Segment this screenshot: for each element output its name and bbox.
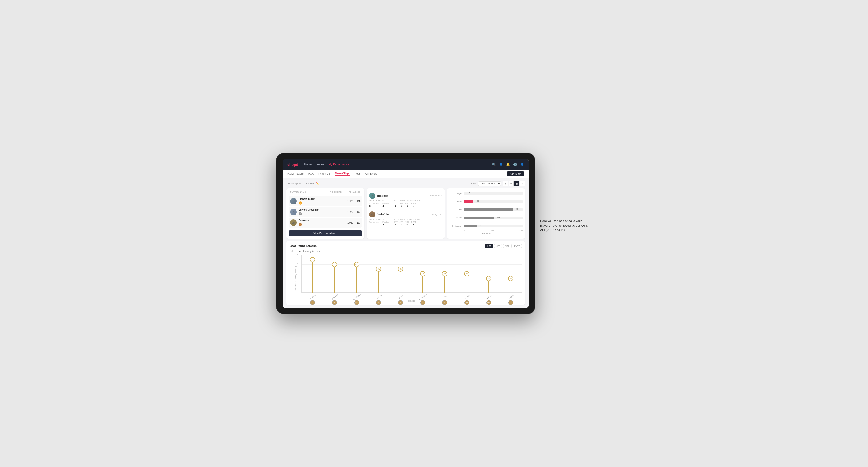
streaks-filter-buttons: OTT APP ARG PUTT bbox=[485, 244, 522, 248]
search-icon[interactable]: 🔍 bbox=[492, 163, 496, 166]
player-name-label: R. Butler bbox=[486, 294, 492, 300]
streaks-header: Best Round Streaks ← OTT APP ARG PUTT bbox=[290, 244, 522, 248]
app-col: APP 0 bbox=[400, 221, 403, 226]
streaks-title: Best Round Streaks bbox=[290, 244, 316, 248]
player-info: Cameron... 3 bbox=[299, 219, 347, 226]
lollipop-item: 4xM. MillerMM bbox=[456, 255, 478, 293]
detail-view-btn[interactable]: ↕ bbox=[520, 181, 525, 186]
bar-row: Birdies 96 bbox=[450, 199, 523, 204]
nav-home[interactable]: Home bbox=[304, 162, 312, 167]
lollipop-stick bbox=[356, 264, 357, 293]
lollipop-stick bbox=[312, 260, 313, 293]
bar-track: 3 bbox=[464, 192, 523, 195]
x-label-0: 0 bbox=[464, 229, 465, 231]
putt-col: PUTT 0 bbox=[411, 203, 416, 207]
nav-bar: clippd Home Teams My Performance 🔍 👤 🔔 ⚙… bbox=[283, 159, 529, 169]
list-view-btn[interactable]: ≡ bbox=[508, 181, 514, 186]
table-row[interactable]: CM Cameron... 3 17/20 103 bbox=[289, 218, 362, 228]
player-name-label: B. Ford bbox=[442, 294, 448, 299]
practice-activities-title: Total Practice Activities bbox=[394, 218, 421, 220]
bar-label: Birdies bbox=[450, 200, 462, 203]
bar-fill: 96 bbox=[464, 200, 473, 203]
view-full-leaderboard-button[interactable]: View Full Leaderboard bbox=[289, 230, 362, 236]
x-axis-label: Players bbox=[302, 300, 522, 302]
lollipop-item: 7xE. EwertEE bbox=[302, 255, 323, 293]
player-card-date: 26 Aug 2023 bbox=[431, 213, 442, 216]
player-count: 14 Players bbox=[302, 182, 314, 185]
sub-nav: PGAT Players PGA Hcaps 1-5 Team Clippd T… bbox=[283, 169, 529, 178]
user-icon[interactable]: 👤 bbox=[499, 163, 503, 166]
player-avg: 103 bbox=[356, 221, 361, 224]
player-card-header: JC Josh Coles 26 Aug 2023 bbox=[369, 211, 442, 217]
filter-putt-button[interactable]: PUTT bbox=[513, 244, 522, 248]
rank-badge: 1 bbox=[299, 201, 302, 205]
show-label: Show bbox=[470, 182, 476, 185]
player-card-name: Rees Britt bbox=[377, 195, 429, 197]
lollipop-bubble: 4x bbox=[442, 271, 447, 276]
lollipop-item: 5xR. BrittRB bbox=[390, 255, 412, 293]
bell-icon[interactable]: 🔔 bbox=[506, 163, 510, 166]
content-grid: PLAYER NAME PB SCORE PB AVG SQ RB bbox=[286, 188, 525, 239]
lollipop-item: 3xR. ButlerRBu bbox=[478, 255, 500, 293]
add-team-button[interactable]: Add Team bbox=[507, 172, 524, 176]
player-name-label: J. Coles bbox=[376, 294, 382, 300]
chart-x-labels: 0 200 400 bbox=[464, 229, 523, 231]
player-card-josh: JC Josh Coles 26 Aug 2023 Total Rounds bbox=[369, 210, 442, 228]
period-select[interactable]: Last 3 months Last 6 months This year bbox=[478, 181, 501, 186]
bar-fill: 499 bbox=[464, 208, 513, 211]
settings-icon[interactable]: ⚙️ bbox=[513, 163, 517, 166]
bar-fill: 3 bbox=[464, 192, 464, 195]
practice-activities-title: Total Practice Activities bbox=[394, 200, 421, 202]
filter-ott-button[interactable]: OTT bbox=[485, 244, 493, 248]
leaderboard-panel: PLAYER NAME PB SCORE PB AVG SQ RB bbox=[286, 188, 365, 239]
table-row[interactable]: EC Edward Crossman 2 18/20 107 bbox=[289, 207, 362, 217]
subnav-tour[interactable]: Tour bbox=[355, 172, 360, 176]
player-score: 17/20 bbox=[347, 221, 353, 224]
player-name-label: E. Ewert bbox=[310, 294, 316, 299]
lollipop-bubble: 5x bbox=[376, 267, 381, 272]
ott-col: OTT 0 bbox=[394, 221, 398, 226]
nav-teams[interactable]: Teams bbox=[316, 162, 324, 167]
lollipop-item: 6xB. McHargBM bbox=[323, 255, 345, 293]
lollipop-stick bbox=[401, 269, 401, 293]
subnav-pgat[interactable]: PGAT Players bbox=[287, 172, 304, 176]
filter-app-button[interactable]: APP bbox=[494, 244, 502, 248]
table-row[interactable]: RB Richard Butler 1 19/20 110 bbox=[289, 196, 362, 206]
player-card-header: RB Rees Britt 02 Sep 2023 bbox=[369, 193, 442, 199]
player-name: Edward Crossman bbox=[299, 209, 347, 211]
lollipop-bubble: 6x bbox=[332, 262, 337, 267]
bar-track: 499 bbox=[464, 208, 523, 211]
player-avg: 110 bbox=[356, 200, 361, 203]
arg-col: ARG 0 bbox=[405, 203, 409, 207]
grid-view-btn[interactable]: ⊞ bbox=[503, 181, 508, 186]
subnav-all-players[interactable]: All Players bbox=[365, 172, 377, 176]
chart-x-axis: 0 200 400 bbox=[450, 229, 523, 231]
bar-label: Eagles bbox=[450, 192, 462, 195]
subnav-team-clippd[interactable]: Team Clippd bbox=[335, 172, 350, 176]
avatar: JC bbox=[369, 211, 375, 217]
filter-arg-button[interactable]: ARG bbox=[503, 244, 512, 248]
x-label-200: 200 bbox=[491, 229, 494, 231]
table-header: PLAYER NAME PB SCORE PB AVG SQ bbox=[289, 191, 362, 195]
card-view-btn[interactable]: ▦ bbox=[514, 181, 519, 186]
avatar-icon[interactable]: 👤 bbox=[520, 163, 524, 166]
team-title: Team Clippd 14 Players ✏️ bbox=[286, 182, 319, 185]
annotation-container: Here you can see streaks your players ha… bbox=[540, 153, 592, 232]
nav-my-performance[interactable]: My Performance bbox=[329, 162, 349, 167]
x-label-400: 400 bbox=[520, 229, 523, 231]
lollipop-items: 7xE. EwertEE6xB. McHargBM6xD. Billingham… bbox=[302, 255, 522, 293]
lollipop-item: 4xB. FordBF bbox=[434, 255, 456, 293]
edit-icon[interactable]: ✏️ bbox=[316, 182, 319, 185]
practice-cols: OTT 0 APP 0 bbox=[394, 221, 421, 226]
nav-icons: 🔍 👤 🔔 ⚙️ 👤 bbox=[492, 163, 524, 166]
players-panel: RB Rees Britt 02 Sep 2023 Total Rounds bbox=[367, 188, 445, 239]
avatar: EC bbox=[290, 209, 297, 215]
player-card-name: Josh Coles bbox=[377, 213, 429, 216]
subnav-hcaps[interactable]: Hcaps 1-5 bbox=[318, 172, 330, 176]
subnav-pga[interactable]: PGA bbox=[308, 172, 314, 176]
rounds-group: Total Rounds Tournament 8 Practice bbox=[369, 200, 389, 207]
rounds-info: Total Rounds Tournament 8 Practice bbox=[369, 200, 442, 207]
player-info: Richard Butler 1 bbox=[299, 198, 347, 205]
player-score: 19/20 bbox=[347, 200, 353, 203]
lollipop-bubble: 3x bbox=[508, 276, 513, 281]
